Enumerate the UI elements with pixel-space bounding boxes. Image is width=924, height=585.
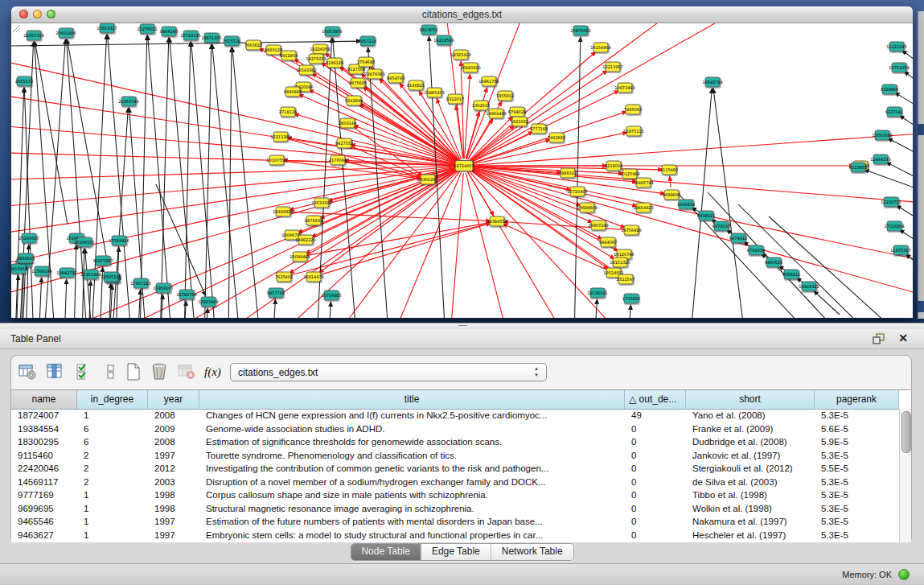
graph-node[interactable]: 9227341	[887, 107, 902, 117]
graph-node[interactable]: 2803144	[340, 118, 355, 129]
column-header-year[interactable]: year	[148, 390, 199, 409]
graph-node[interactable]: 8454749	[388, 73, 404, 84]
graph-node[interactable]: 7986322	[561, 168, 576, 179]
graph-node[interactable]: 20691406	[59, 28, 74, 39]
graph-node[interactable]: 8466160	[162, 27, 177, 37]
graph-node[interactable]: 19384554	[490, 216, 505, 227]
graph-node[interactable]: 19756928	[624, 225, 639, 236]
select-rows-icon[interactable]	[74, 362, 93, 383]
graph-node[interactable]: 8878334	[306, 216, 322, 226]
column-header-out_de[interactable]: △ out_de...	[625, 390, 686, 409]
network-canvas[interactable]: 1872400796601285912954182260581827503316…	[11, 23, 913, 318]
graph-node[interactable]: 3875685	[351, 78, 366, 89]
column-header-title[interactable]: title	[199, 390, 625, 409]
graph-node[interactable]: 2718126	[281, 107, 296, 117]
table-row[interactable]: 946362711997Embryonic stem cells: a mode…	[11, 529, 899, 542]
graph-node[interactable]: 1362615	[474, 101, 489, 111]
graph-node[interactable]: 9215955	[851, 163, 866, 173]
graph-node[interactable]: 12923468	[201, 297, 216, 307]
graph-node[interactable]: 8938921	[699, 211, 714, 221]
graph-node[interactable]: 18325419	[454, 50, 469, 60]
canvas-resize-grip[interactable]	[11, 23, 21, 33]
graph-node[interactable]: 1621022	[512, 117, 528, 127]
graph-node[interactable]: 7663822	[246, 40, 261, 51]
graph-node[interactable]: 6791939	[749, 245, 764, 256]
graph-node[interactable]: 12213967	[606, 62, 621, 72]
right-panel-splitter[interactable]	[918, 11, 924, 319]
graph-node[interactable]: 16961758	[482, 76, 497, 87]
graph-node[interactable]: 12093588	[875, 130, 890, 141]
column-header-pagerank[interactable]: pagerank	[815, 390, 899, 409]
table-row[interactable]: 1938455462009Genome-wide association stu…	[11, 422, 899, 436]
graph-node[interactable]: 19904448	[489, 109, 504, 119]
graph-node[interactable]: 13942737	[60, 268, 75, 278]
graph-node[interactable]: 11568199	[35, 266, 50, 277]
graph-node[interactable]: 17957223	[133, 278, 149, 289]
graph-node[interactable]: 8322017	[448, 94, 463, 105]
memory-status-indicator[interactable]	[898, 569, 910, 580]
graph-node[interactable]: 18275033	[309, 54, 324, 64]
graph-node[interactable]: 8186328	[327, 58, 343, 68]
graph-node[interactable]: 9427552	[337, 138, 352, 149]
graph-node[interactable]: 9699695	[664, 190, 680, 200]
graph-node[interactable]: 16648784	[705, 77, 721, 88]
graph-node[interactable]: 9146821	[409, 80, 424, 91]
graph-node[interactable]: 19136141	[590, 288, 606, 299]
graph-node[interactable]: 9857791	[269, 288, 284, 299]
function-builder-icon[interactable]: f(x)	[204, 365, 224, 386]
graph-node[interactable]: 8813054	[421, 25, 437, 35]
graph-node[interactable]: 14982220	[298, 235, 314, 245]
graph-node[interactable]: 6479197	[714, 221, 729, 232]
graph-node[interactable]: 18151320	[613, 257, 628, 268]
column-header-short[interactable]: short	[686, 390, 815, 409]
graph-node[interactable]: 30975887	[96, 256, 111, 266]
graph-node[interactable]: 9242844	[347, 96, 362, 106]
show-columns-icon[interactable]	[45, 362, 64, 383]
delete-column-icon[interactable]	[150, 362, 169, 383]
graph-node[interactable]: 16782759	[179, 290, 195, 300]
table-row[interactable]: 1830029562008Estimation of significance …	[11, 435, 899, 449]
tab-edge-table[interactable]: Edge Table	[421, 544, 491, 560]
tab-network-table[interactable]: Network Table	[491, 544, 573, 560]
graph-node[interactable]: 12444133	[873, 154, 889, 165]
graph-node[interactable]: 7955812	[498, 91, 513, 101]
table-row[interactable]: 911546021997Tourette syndrome. Phenomeno…	[11, 449, 899, 463]
graph-node[interactable]: 9777169	[532, 124, 547, 134]
graph-node[interactable]: 10719135	[183, 31, 199, 41]
graph-node[interactable]: 7462660	[549, 133, 565, 143]
row-height-icon[interactable]	[101, 362, 121, 383]
graph-node[interactable]: 12239711	[884, 197, 899, 208]
graph-node[interactable]: 16053809	[325, 27, 340, 37]
graph-node[interactable]: 3915951	[11, 264, 27, 274]
graph-node[interactable]: 10958107	[156, 283, 171, 294]
graph-node[interactable]: 16154808	[593, 43, 609, 53]
graph-node[interactable]: 5912954	[281, 51, 297, 61]
column-header-in_degree[interactable]: in_degree	[77, 390, 148, 409]
graph-node[interactable]: 21053346	[121, 97, 137, 107]
graph-node[interactable]: 16099484	[293, 252, 308, 262]
graph-node[interactable]: 9484067	[601, 237, 616, 248]
graph-node[interactable]: 9890985	[285, 87, 301, 97]
graph-node[interactable]: 11451944	[84, 270, 99, 280]
graph-node[interactable]: 16914479	[306, 272, 322, 282]
graph-node[interactable]: 20876682	[573, 26, 589, 36]
graph-node[interactable]: 18495794	[636, 178, 651, 188]
table-row[interactable]: 969969511998Structural magnetic resonanc…	[11, 502, 899, 516]
graph-node[interactable]: 9115460	[662, 165, 677, 175]
scrollbar-thumb[interactable]	[901, 411, 911, 453]
graph-node[interactable]: 22055724	[27, 31, 42, 41]
graph-node[interactable]: 7485063	[626, 105, 641, 115]
graph-node[interactable]: 7625402	[277, 272, 292, 282]
graph-node[interactable]: 16640910	[463, 63, 478, 73]
column-header-name[interactable]: name	[11, 390, 77, 409]
graph-node[interactable]: 15720407	[570, 187, 585, 197]
graph-node[interactable]: 4170064	[331, 155, 346, 166]
graph-node[interactable]: 12505135	[104, 272, 119, 282]
graph-node[interactable]: 17359926	[112, 236, 127, 246]
graph-node[interactable]: 12975115	[626, 126, 642, 137]
graph-node[interactable]: 7515526	[224, 36, 240, 47]
panel-divider[interactable]	[0, 323, 924, 329]
graph-node[interactable]: 1733426	[624, 294, 639, 304]
graph-node[interactable]: 9660128	[266, 45, 281, 56]
graph-node[interactable]: 23676083	[368, 69, 383, 80]
